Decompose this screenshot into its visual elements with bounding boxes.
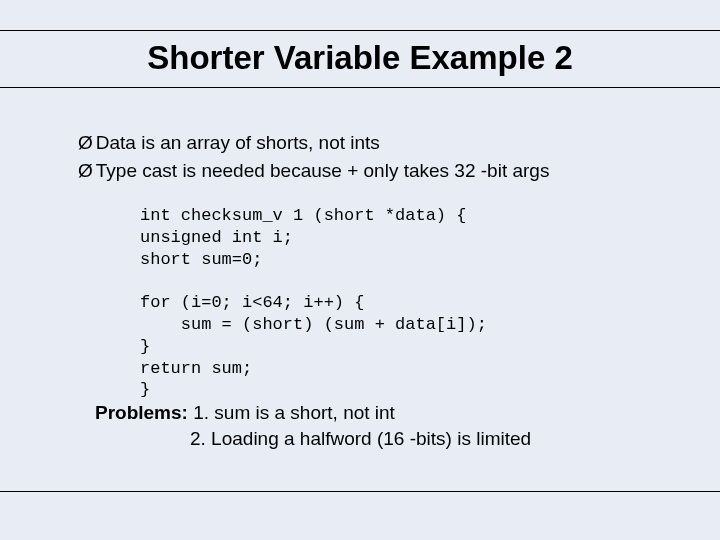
bullet-item: Ø Data is an array of shorts, not ints <box>78 130 660 156</box>
content-area: Ø Data is an array of shorts, not ints Ø… <box>78 130 660 401</box>
problems-text-1: 1. sum is a short, not int <box>188 402 395 423</box>
title-band: Shorter Variable Example 2 <box>0 30 720 88</box>
bullet-item: Ø Type cast is needed because + only tak… <box>78 158 660 184</box>
bottom-rule <box>0 491 720 492</box>
problems-line-2: 2. Loading a halfword (16 -bits) is limi… <box>190 426 531 452</box>
bullet-text: Data is an array of shorts, not ints <box>96 130 660 156</box>
slide-title: Shorter Variable Example 2 <box>0 39 720 77</box>
problems-section: Problems: 1. sum is a short, not int 2. … <box>95 400 531 451</box>
problems-label: Problems: <box>95 402 188 423</box>
bullet-text: Type cast is needed because + only takes… <box>96 158 660 184</box>
slide: Shorter Variable Example 2 Ø Data is an … <box>0 0 720 540</box>
code-block: int checksum_v 1 (short *data) { unsigne… <box>140 205 660 401</box>
bullet-arrow-icon: Ø <box>78 158 93 184</box>
problems-line-1: Problems: 1. sum is a short, not int <box>95 400 531 426</box>
bullet-arrow-icon: Ø <box>78 130 93 156</box>
